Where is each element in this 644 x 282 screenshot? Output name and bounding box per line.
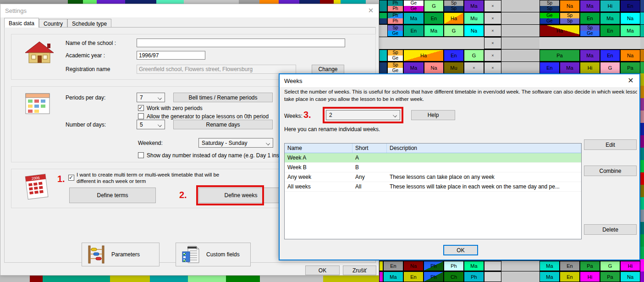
timetable-cell[interactable] xyxy=(379,271,383,282)
weeks-close-icon[interactable]: ✕ xyxy=(626,76,636,85)
timetable-cell[interactable]: SpGe xyxy=(387,25,403,37)
timetable-cell-empty[interactable]: × xyxy=(484,37,501,49)
timetable-cell-pa[interactable]: Pa xyxy=(539,50,580,61)
timetable-cell-na[interactable]: Na xyxy=(620,271,640,282)
number-of-days-select[interactable]: 5 xyxy=(137,120,165,129)
custom-fields-button[interactable]: Custom fields xyxy=(176,243,251,266)
timetable-cell-ch[interactable]: Ch xyxy=(444,271,464,282)
timetable-cell[interactable]: SpSp xyxy=(539,0,560,12)
settings-cancel-button[interactable]: Zrušiť xyxy=(343,265,376,275)
timetable-cell-empty[interactable]: × xyxy=(484,0,501,12)
timetable-cell-ma[interactable]: Ma xyxy=(560,62,580,74)
timetable-cell-pa[interactable]: Pa xyxy=(580,261,600,271)
timetable-cell-ph[interactable]: Ph xyxy=(444,261,464,271)
timetable-cell-en[interactable]: En xyxy=(560,261,580,271)
timetable-cell-hi[interactable]: Hi xyxy=(580,62,600,74)
settings-titlebar[interactable]: Settings ✕ xyxy=(0,4,379,17)
timetable-cell-hi[interactable]: Hi xyxy=(580,271,600,282)
timetable-cell-en[interactable]: En xyxy=(444,50,464,61)
settings-ok-button[interactable]: OK xyxy=(305,265,340,275)
bell-times-button[interactable]: Bell times / Rename periods xyxy=(173,93,273,102)
timetable-cell-na[interactable]: Na xyxy=(464,25,484,37)
timetable-cell-pa[interactable]: Pa xyxy=(600,271,620,282)
timetable-cell-mu[interactable]: Mu xyxy=(464,12,484,24)
timetable-cell[interactable]: SpSp xyxy=(560,12,580,24)
define-terms-button[interactable]: Define terms xyxy=(69,188,156,203)
timetable-cell-empty[interactable]: × xyxy=(484,25,501,37)
edit-button[interactable]: Edit xyxy=(584,139,637,150)
zero-periods-checkbox[interactable] xyxy=(138,105,144,111)
timetable-cell-en[interactable]: En xyxy=(539,62,560,74)
timetable-cell-na[interactable]: Na xyxy=(403,261,424,271)
timetable-cell[interactable]: PhPh xyxy=(387,12,403,24)
timetable-cell-en[interactable]: En xyxy=(600,25,620,37)
column-header-description[interactable]: Description xyxy=(387,144,581,153)
timetable-cell[interactable] xyxy=(484,271,501,282)
timetable-cell-ma[interactable]: Ma xyxy=(383,271,403,282)
tab-schedule-type[interactable]: Schedule type xyxy=(67,19,111,28)
weeks-ok-button[interactable]: OK xyxy=(443,245,478,255)
timetable-cell[interactable] xyxy=(379,12,387,24)
timetable-cell-ma[interactable]: Ma xyxy=(600,12,620,24)
timetable-cell-na[interactable]: Na xyxy=(620,50,640,61)
allow-0th-period-checkbox[interactable] xyxy=(138,113,144,119)
timetable-cell-g[interactable]: G xyxy=(424,0,444,12)
timetable-cell[interactable]: PhPh xyxy=(387,0,403,12)
timetable-cell-empty[interactable]: × xyxy=(464,62,484,74)
delete-button[interactable]: Delete xyxy=(584,224,637,235)
rename-days-button[interactable]: Rename days xyxy=(173,120,273,129)
timetable-cell-en[interactable]: En xyxy=(560,271,580,282)
timetable-cell[interactable]: GeGe xyxy=(539,12,560,24)
timetable-cell-g[interactable]: G xyxy=(600,62,620,74)
timetable-cell-en[interactable]: En xyxy=(600,50,620,61)
timetable-cell-en[interactable]: En xyxy=(383,261,403,271)
timetable-cell-en[interactable]: En xyxy=(580,12,600,24)
timetable-cell-g[interactable]: G xyxy=(600,261,620,271)
timetable-cell-en[interactable]: En xyxy=(424,12,444,24)
column-header-short[interactable]: Short xyxy=(352,144,387,153)
timetable-cell-ha[interactable]: Ha xyxy=(403,50,444,61)
timetable-cell-ma[interactable]: Ma xyxy=(464,261,484,271)
parameters-button[interactable]: Parameters xyxy=(82,243,160,266)
timetable-cell-g[interactable]: G xyxy=(464,50,484,61)
timetable-cell[interactable]: SpGe xyxy=(580,25,600,37)
timetable-cell-na[interactable]: Na xyxy=(424,62,444,74)
timetable-cell-ma[interactable]: Ma xyxy=(620,25,640,37)
timetable-cell[interactable] xyxy=(379,50,387,61)
academic-year-input[interactable] xyxy=(137,51,205,60)
column-header-name[interactable]: Name xyxy=(285,144,352,153)
timetable-cell-ma[interactable]: Ma xyxy=(539,261,560,271)
timetable-cell[interactable]: SpGe xyxy=(387,62,403,74)
timetable-cell-mu[interactable]: Mu xyxy=(444,62,464,74)
periods-per-day-select[interactable]: 7 xyxy=(137,93,165,102)
timetable-cell-ma[interactable]: Ma xyxy=(464,0,484,12)
timetable-cell-pa[interactable]: Pa xyxy=(620,62,640,74)
timetable-cell[interactable] xyxy=(379,0,387,12)
timetable-cell-empty[interactable]: × xyxy=(484,62,501,74)
timetable-cell-ma[interactable]: Ma xyxy=(580,50,600,61)
timetable-cell-ha[interactable]: Ha xyxy=(444,12,464,24)
timetable-cell[interactable]: GeGe xyxy=(403,0,424,12)
timetable-cell[interactable] xyxy=(379,62,387,74)
timetable-cell-en[interactable]: En xyxy=(620,0,640,12)
timetable-cell-g[interactable]: G xyxy=(444,25,464,37)
timetable-cell-ph[interactable]: Ph xyxy=(464,271,484,282)
weekend-select[interactable]: Saturday - Sunday xyxy=(198,138,273,148)
timetable-cell-ma[interactable]: Ma xyxy=(403,62,424,74)
change-button[interactable]: Change xyxy=(312,65,344,74)
timetable-cell-ph[interactable]: Ph xyxy=(424,261,444,271)
timetable-cell-en[interactable]: En xyxy=(403,25,424,37)
timetable-cell-ph[interactable]: Ph xyxy=(424,271,444,282)
tab-basic-data[interactable]: Basic data xyxy=(4,18,39,28)
timetable-cell[interactable] xyxy=(379,261,383,271)
timetable-cell-en[interactable]: En xyxy=(403,271,424,282)
timetable-cell-hi[interactable]: Hi xyxy=(600,0,620,12)
table-row-any-week[interactable]: Any week Any These lessons can take plac… xyxy=(285,172,581,182)
table-row-week-a[interactable]: Week A A xyxy=(285,153,581,163)
timetable-cell-ma[interactable]: Ma xyxy=(539,271,560,282)
school-name-input[interactable] xyxy=(137,39,345,47)
timetable-cell-hi[interactable]: Hi xyxy=(620,261,640,271)
timetable-cell-na[interactable]: Na xyxy=(560,0,580,12)
table-row-week-b[interactable]: Week B B xyxy=(285,163,581,172)
weeks-titlebar[interactable]: Weeks ✕ xyxy=(280,74,639,87)
